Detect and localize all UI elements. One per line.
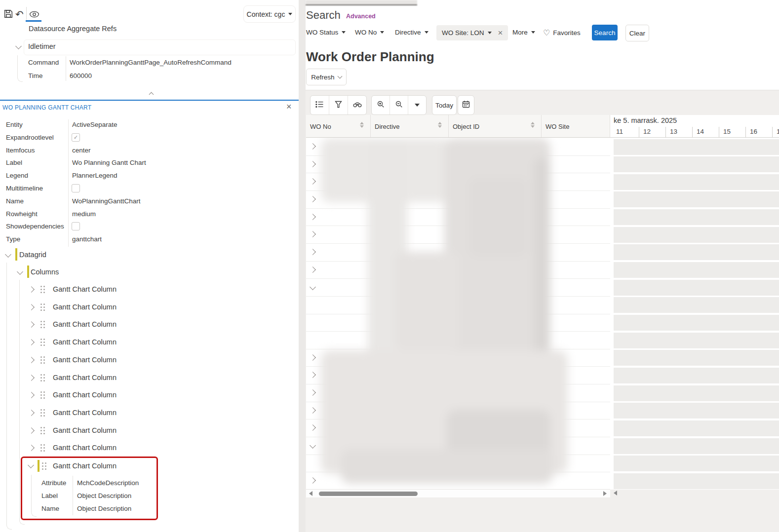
property-value[interactable]: medium [72, 210, 96, 218]
drag-handle-icon[interactable] [42, 462, 43, 464]
expand-chevron-icon[interactable] [28, 427, 35, 434]
zoom-options-button[interactable] [408, 96, 426, 114]
idletimer-command-value[interactable]: WorkOrderPlanningGanttPage_AutoRefreshCo… [70, 59, 232, 66]
calendar-button[interactable] [458, 95, 474, 115]
filter-wo-no[interactable]: WO No [355, 29, 384, 36]
drag-handle-icon[interactable] [40, 339, 42, 340]
today-button[interactable]: Today [432, 95, 457, 115]
row-expand-button[interactable] [308, 208, 319, 226]
column-header-wo-no[interactable]: WO No [306, 115, 371, 138]
row-expand-button[interactable] [308, 261, 319, 278]
property-checkbox[interactable] [72, 184, 80, 192]
column-header-wo-site[interactable]: WO Site [542, 115, 610, 138]
property-value[interactable]: ganttchart [72, 235, 102, 243]
remove-filter-button[interactable]: × [498, 28, 503, 38]
property-value[interactable]: WoPlanningGanttChart [72, 197, 141, 205]
collapse-panel-chevron[interactable] [149, 92, 154, 97]
datagrid-collapse-icon[interactable] [5, 251, 11, 258]
close-section-button[interactable]: × [286, 102, 292, 112]
tree-node-gantt-column[interactable]: Gantt Chart Column [0, 422, 295, 440]
tree-node-gantt-column-expanded[interactable]: Gantt Chart Column [53, 462, 117, 470]
property-value[interactable]: center [72, 147, 91, 154]
expand-chevron-icon[interactable] [28, 304, 35, 310]
idletimer-time-value[interactable]: 600000 [70, 72, 92, 79]
column-header-directive[interactable]: Directive [371, 115, 449, 138]
expand-chevron-icon[interactable] [28, 392, 35, 398]
row-expand-button[interactable] [308, 349, 319, 366]
tree-node-gantt-column[interactable]: Gantt Chart Column [0, 316, 295, 334]
property-value[interactable]: Wo Planning Gantt Chart [72, 159, 146, 166]
find-button[interactable] [348, 96, 366, 114]
columns-collapse-icon[interactable] [17, 268, 23, 275]
row-expand-button[interactable] [308, 366, 319, 383]
tree-node-gantt-column[interactable]: Gantt Chart Column [0, 405, 295, 422]
filter-button[interactable] [329, 96, 348, 114]
property-value[interactable]: PlannerLegend [72, 172, 117, 179]
idletimer-title[interactable]: Idletimer [28, 42, 56, 50]
sort-icon[interactable] [438, 122, 442, 128]
drag-handle-icon[interactable] [40, 304, 42, 305]
column-header-object-id[interactable]: Object ID [449, 115, 542, 138]
row-expand-button[interactable] [308, 138, 319, 155]
list-view-button[interactable] [311, 96, 329, 114]
row-expand-button[interactable] [308, 278, 319, 296]
drag-handle-icon[interactable] [40, 374, 42, 376]
row-expand-button[interactable] [308, 419, 319, 436]
zoom-in-button[interactable] [372, 96, 390, 114]
scroll-left-arrow[interactable] [309, 491, 312, 496]
row-expand-button[interactable] [308, 190, 319, 208]
search-button[interactable]: Search [592, 25, 618, 40]
row-expand-button[interactable] [308, 155, 319, 173]
tree-node-gantt-column[interactable]: Gantt Chart Column [0, 352, 295, 369]
drag-handle-icon[interactable] [40, 391, 42, 393]
drag-handle-icon[interactable] [40, 409, 42, 411]
drag-handle-icon[interactable] [40, 286, 42, 287]
save-button[interactable] [4, 9, 13, 18]
drag-handle-icon[interactable] [40, 356, 42, 358]
expand-chevron-icon[interactable] [28, 410, 35, 416]
tree-node-columns[interactable]: Columns [31, 268, 59, 276]
row-expand-button[interactable] [308, 437, 319, 454]
preview-toggle-button[interactable] [29, 11, 39, 18]
refresh-button[interactable]: Refresh [306, 69, 347, 85]
tree-node-gantt-column[interactable]: Gantt Chart Column [0, 281, 295, 299]
tree-node-datagrid[interactable]: Datagrid [19, 251, 46, 259]
scroll-right-arrow[interactable] [603, 491, 607, 496]
row-expand-button[interactable] [308, 243, 319, 261]
scrollbar-thumb[interactable] [319, 492, 418, 496]
undo-button[interactable]: ↶ [15, 8, 24, 20]
row-expand-button[interactable] [308, 402, 319, 419]
advanced-link[interactable]: Advanced [346, 13, 376, 20]
sort-icon[interactable] [360, 122, 364, 128]
clear-button[interactable]: Clear [625, 25, 649, 41]
row-expand-button[interactable] [308, 173, 319, 190]
filter-directive[interactable]: Directive [395, 29, 428, 36]
context-selector[interactable]: Context: cgc [243, 5, 296, 23]
property-checkbox[interactable]: ✓ [72, 133, 80, 142]
idletimer-collapse-icon[interactable] [15, 43, 22, 49]
expand-chevron-icon[interactable] [28, 339, 35, 345]
tree-node-gantt-column[interactable]: Gantt Chart Column [0, 334, 295, 351]
attribute-value[interactable]: MchCodeDescription [77, 479, 139, 487]
favorites-button[interactable]: ♡ Favorites [543, 28, 581, 38]
gantt-scroll-left-arrow[interactable] [614, 491, 617, 495]
property-checkbox[interactable] [72, 222, 80, 230]
filter-wo-status[interactable]: WO Status [306, 29, 346, 36]
drag-handle-icon[interactable] [40, 321, 42, 322]
expand-chevron-icon[interactable] [28, 322, 35, 328]
drag-handle-icon[interactable] [40, 444, 42, 446]
zoom-out-button[interactable] [390, 96, 408, 114]
expand-chevron-icon[interactable] [28, 445, 35, 451]
expand-chevron-icon[interactable] [28, 286, 35, 293]
row-expand-button[interactable] [308, 472, 319, 489]
horizontal-scrollbar[interactable] [306, 489, 610, 497]
filter-more[interactable]: More [512, 29, 535, 36]
tree-node-gantt-column[interactable]: Gantt Chart Column [0, 440, 295, 457]
name-value[interactable]: Object Description [77, 505, 131, 512]
label-value[interactable]: Object Description [77, 492, 131, 499]
property-value[interactable]: ActiveSeparate [72, 121, 117, 128]
tree-node-gantt-column[interactable]: Gantt Chart Column [0, 299, 295, 316]
drag-handle-icon[interactable] [40, 427, 42, 428]
tree-node-gantt-column[interactable]: Gantt Chart Column [0, 370, 295, 387]
expand-chevron-icon[interactable] [28, 375, 35, 381]
